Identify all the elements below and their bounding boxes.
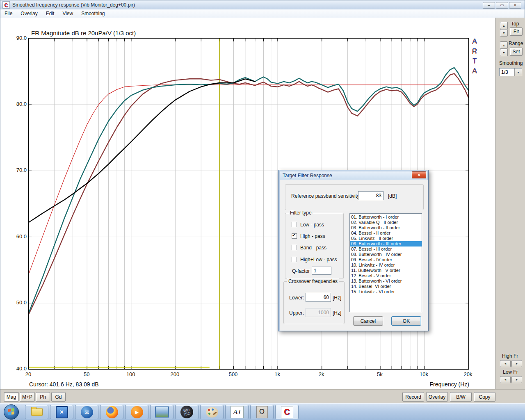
top-up-spinner[interactable]: ▲: [500, 22, 508, 29]
list-item[interactable]: 07. Bessel - III order: [350, 247, 422, 252]
upper-freq-label: Upper:: [289, 310, 304, 316]
qfactor-label: Q-factor: [292, 268, 310, 274]
lower-freq-input[interactable]: [306, 293, 331, 302]
ok-button[interactable]: OK: [391, 316, 421, 326]
taskbar-winiso-button[interactable]: WinISO: [175, 405, 199, 419]
palette-icon: [206, 407, 218, 418]
menu-view[interactable]: View: [58, 10, 77, 17]
ref-sensitivity-input[interactable]: [358, 191, 383, 200]
low-fr-left-button[interactable]: ◄: [500, 376, 511, 383]
menu-smoothing[interactable]: Smoothing: [77, 10, 109, 17]
list-item[interactable]: 14. Bessel- VI order: [350, 284, 422, 289]
chevron-down-icon[interactable]: ▼: [514, 68, 522, 76]
list-item[interactable]: 05. Linkwitz - II order: [350, 236, 422, 241]
high-low-pass-checkbox[interactable]: [292, 257, 297, 262]
filter-type-group: Filter type Low - pass ✔ High - pass Ban…: [285, 213, 344, 279]
upper-freq-input: [306, 308, 331, 317]
taskbar-media-player-button[interactable]: ▶: [125, 405, 148, 419]
high-fr-left-button[interactable]: ◄: [500, 360, 511, 367]
top-down-spinner[interactable]: ▼: [500, 29, 508, 37]
band-pass-checkbox[interactable]: [292, 245, 297, 250]
list-item[interactable]: 15. Linkwitz - VI order: [350, 289, 422, 294]
taskbar-blue-cross-app-button[interactable]: ×: [50, 405, 73, 419]
top-label: Top: [511, 21, 519, 27]
chart-title: FR Magnitude dB re 20uPa/V (1/3 oct): [31, 30, 136, 37]
minimize-button[interactable]: –: [483, 2, 495, 9]
taskbar-arta-button[interactable]: C: [275, 405, 299, 419]
list-item[interactable]: 12. Bessel - V order: [350, 273, 422, 278]
frequency-axis-label: Frequency (Hz): [408, 381, 469, 388]
bw-button[interactable]: B/W: [450, 392, 472, 402]
y-axis-label: 70.0: [10, 167, 27, 173]
reference-group: Reference passband sensitivity: [dB]: [285, 184, 424, 210]
target-filter-response-dialog: Target Filter Response × Reference passb…: [278, 170, 429, 331]
low-fr-right-button[interactable]: ►: [511, 376, 522, 383]
taskbar-thunderbird-button[interactable]: ✉: [75, 405, 98, 419]
restore-button[interactable]: ▭: [496, 2, 508, 9]
gd-view-button[interactable]: Gd: [51, 392, 66, 402]
x-axis-label: 50: [74, 371, 99, 377]
smoothing-dropdown[interactable]: 1/3 ▼: [499, 68, 522, 76]
crossover-group-label: Crossover frequencies: [287, 278, 339, 284]
taskbar-firefox-button[interactable]: [100, 405, 123, 419]
menu-file[interactable]: File: [0, 10, 16, 17]
menu-bar: File Overlay Edit View Smoothing: [0, 9, 525, 18]
x-axis-label: 200: [162, 371, 187, 377]
list-item[interactable]: 03. Butterworth - II order: [350, 225, 422, 231]
list-item[interactable]: 01. Butterworth - I order: [350, 215, 422, 220]
menu-overlay[interactable]: Overlay: [16, 10, 41, 17]
list-item[interactable]: 04. Bessel - II order: [350, 231, 422, 236]
filter-type-group-label: Filter type: [289, 210, 313, 216]
dialog-title-bar[interactable]: Target Filter Response: [280, 171, 427, 180]
list-item-selected[interactable]: 06. Butterworth - III order: [350, 241, 422, 247]
range-down-spinner[interactable]: ▼: [500, 49, 508, 56]
set-button[interactable]: Set: [510, 48, 523, 56]
ph-view-button[interactable]: Ph: [36, 392, 50, 402]
play-icon: ▶: [131, 406, 143, 418]
band-pass-label: Band - pass: [300, 245, 326, 251]
high-fr-right-button[interactable]: ►: [511, 360, 522, 367]
x-axis-label: 20k: [456, 371, 480, 377]
cross-arrows-icon: ×: [56, 406, 68, 418]
x-axis-label: 100: [119, 371, 143, 377]
list-item[interactable]: 02. Variable Q - II order: [350, 220, 422, 225]
range-up-spinner[interactable]: ▲: [500, 41, 508, 49]
start-button[interactable]: [4, 404, 19, 420]
winiso-icon: WinISO: [179, 404, 195, 420]
window-title: Smoothed frequency response (Vib Monitor…: [12, 2, 135, 8]
qfactor-input[interactable]: [312, 267, 331, 275]
list-item[interactable]: 08. Butterworth - IV order: [350, 252, 422, 257]
copy-button[interactable]: Copy: [474, 392, 495, 402]
record-button[interactable]: Record: [402, 392, 424, 402]
cancel-button[interactable]: Cancel: [353, 316, 383, 326]
upper-unit-label: [Hz]: [333, 310, 341, 316]
dialog-body: Reference passband sensitivity: [dB] Fil…: [280, 180, 428, 331]
x-axis-label: 500: [221, 371, 246, 377]
taskbar-omega-app-button[interactable]: Ω: [250, 405, 274, 419]
filter-type-listbox[interactable]: 01. Butterworth - I order 02. Variable Q…: [349, 213, 422, 312]
mag-view-button[interactable]: Mag: [4, 392, 19, 402]
title-bar: C Smoothed frequency response (Vib Monit…: [0, 0, 525, 10]
arta-app-icon: C: [2, 1, 10, 9]
high-pass-checkbox[interactable]: ✔: [292, 233, 297, 239]
ref-sensitivity-label: Reference passband sensitivity:: [291, 193, 361, 199]
list-item[interactable]: 13. Butterworth - VI order: [350, 278, 422, 284]
list-item[interactable]: 11. Butterworth - V order: [350, 268, 422, 273]
taskbar-image-viewer-button[interactable]: [150, 405, 173, 419]
fit-button[interactable]: Fit: [510, 27, 523, 36]
firefox-icon: [106, 406, 118, 418]
taskbar-paint-button[interactable]: [200, 405, 224, 419]
arta-main-window: C Smoothed frequency response (Vib Monit…: [0, 0, 525, 403]
dialog-close-button[interactable]: ×: [412, 171, 426, 178]
smoothing-value: 1/3: [501, 69, 508, 75]
x-axis-label: 5k: [368, 371, 392, 377]
overlay-button[interactable]: Overlay: [426, 392, 448, 402]
list-item[interactable]: 09. Bessel - IV order: [350, 257, 422, 262]
close-button[interactable]: ×: [509, 2, 521, 9]
list-item[interactable]: 10. Linkwitz - IV order: [350, 262, 422, 268]
mp-view-button[interactable]: M+P: [20, 392, 35, 402]
taskbar-aj-app-button[interactable]: AJ: [225, 405, 249, 419]
low-pass-checkbox[interactable]: [292, 222, 297, 227]
taskbar-explorer-button[interactable]: [25, 405, 48, 419]
menu-edit[interactable]: Edit: [42, 10, 59, 17]
